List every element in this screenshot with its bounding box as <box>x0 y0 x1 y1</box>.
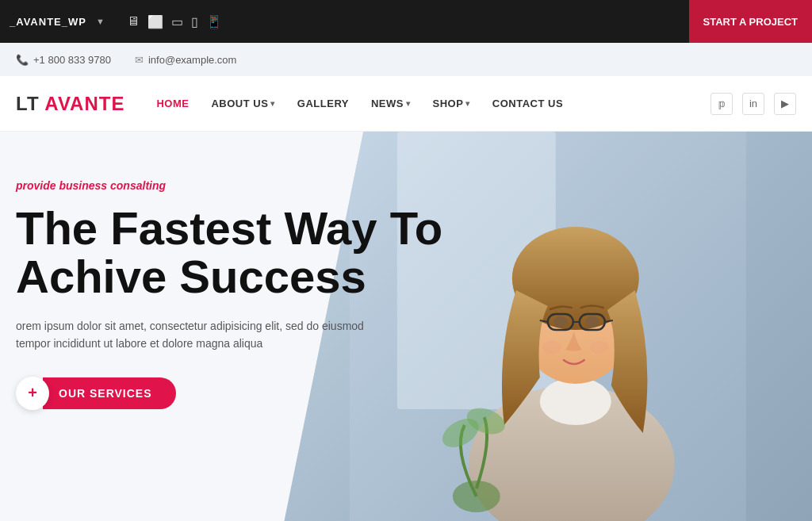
mobile-icon[interactable]: 📱 <box>206 14 222 29</box>
about-chevron-icon: ▾ <box>270 99 275 108</box>
device-icons: 🖥 ⬜ ▭ ▯ 📱 <box>127 14 222 29</box>
hero-title-line2: Achive Success <box>16 251 366 302</box>
start-project-label: START A PROJECT <box>703 16 798 28</box>
monitor-icon[interactable]: ⬜ <box>147 14 163 29</box>
phone-item: 📞 +1 800 833 9780 <box>16 54 111 66</box>
cta-plus-button[interactable]: + <box>16 377 49 410</box>
svg-point-14 <box>542 341 561 354</box>
hero-description: orem ipsum dolor sit amet, consectetur a… <box>16 317 396 353</box>
logo-lt: LT <box>16 93 40 114</box>
email-icon: ✉ <box>135 54 144 66</box>
svg-point-15 <box>590 341 609 354</box>
nav-bar: LT AVANTE HOME ABOUT US ▾ GALLERY NEWS ▾… <box>0 76 812 132</box>
hero-sub-heading: provide business consalting <box>16 179 442 192</box>
hero-title: The Fastest Way To Achive Success <box>16 205 442 301</box>
desktop-icon[interactable]: 🖥 <box>127 14 140 29</box>
svg-point-12 <box>553 316 568 328</box>
nav-social: 𝕡 in ▶ <box>710 93 796 115</box>
phone-icon: 📞 <box>16 54 29 66</box>
our-services-button[interactable]: OUR SERVICES <box>43 377 176 409</box>
nav-gallery[interactable]: GALLERY <box>297 98 349 109</box>
nav-contact-us[interactable]: CONTACT US <box>492 98 563 109</box>
theme-name: _AVANTE_WP <box>10 16 86 28</box>
top-bar-left: _AVANTE_WP ▼ 🖥 ⬜ ▭ ▯ 📱 <box>10 14 703 29</box>
hero-content: provide business consalting The Fastest … <box>0 179 458 410</box>
pinterest-icon[interactable]: 𝕡 <box>710 93 733 115</box>
nav-about-us[interactable]: ABOUT US ▾ <box>211 98 274 109</box>
nav-news[interactable]: NEWS ▾ <box>371 98 411 109</box>
shop-chevron-icon: ▾ <box>465 99 470 108</box>
start-project-button[interactable]: START A PROJECT <box>689 0 812 43</box>
top-bar: _AVANTE_WP ▼ 🖥 ⬜ ▭ ▯ 📱 ☁ Get It Now! STA… <box>0 0 812 43</box>
svg-point-13 <box>585 316 599 328</box>
hero-cta: + OUR SERVICES <box>16 377 442 410</box>
theme-dropdown-arrow[interactable]: ▼ <box>96 17 105 26</box>
news-chevron-icon: ▾ <box>406 99 411 108</box>
tablet-icon[interactable]: ▭ <box>171 14 183 29</box>
logo[interactable]: LT AVANTE <box>16 93 124 115</box>
contact-bar: 📞 +1 800 833 9780 ✉ info@example.com <box>0 43 812 76</box>
logo-avante: AVANTE <box>44 93 124 114</box>
email-address: info@example.com <box>148 54 236 66</box>
linkedin-icon[interactable]: in <box>742 93 764 115</box>
hero-section: provide business consalting The Fastest … <box>0 132 812 521</box>
svg-point-4 <box>540 377 611 425</box>
nav-home[interactable]: HOME <box>156 98 189 109</box>
tablet-landscape-icon[interactable]: ▯ <box>191 14 198 29</box>
nav-shop[interactable]: SHOP ▾ <box>432 98 469 109</box>
email-item: ✉ info@example.com <box>135 54 236 66</box>
phone-number: +1 800 833 9780 <box>33 54 111 66</box>
hero-title-line1: The Fastest Way To <box>16 202 442 254</box>
youtube-icon[interactable]: ▶ <box>774 93 796 115</box>
nav-links: HOME ABOUT US ▾ GALLERY NEWS ▾ SHOP ▾ CO… <box>156 98 679 109</box>
